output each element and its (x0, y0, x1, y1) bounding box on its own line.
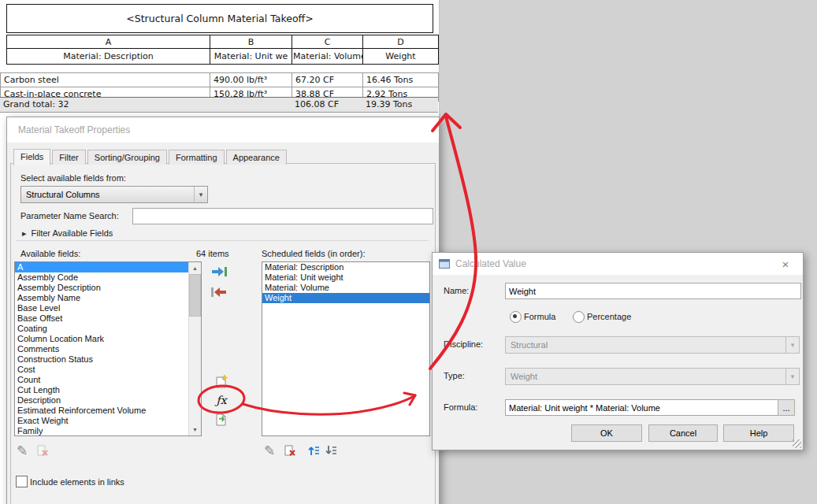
list-item[interactable]: Assembly Code (15, 272, 189, 283)
name-field[interactable] (505, 283, 801, 299)
filter-available-fields-toggle[interactable]: ▸Filter Available Fields (22, 228, 113, 239)
tab-sorting-grouping[interactable]: Sorting/Grouping (87, 150, 167, 165)
formula-radio[interactable] (510, 311, 522, 323)
fields-tab-pane: Select available fields from: Structural… (10, 163, 436, 504)
list-item[interactable]: Base Offset (15, 313, 189, 324)
chevron-down-icon: ▾ (194, 187, 207, 202)
list-item[interactable]: Material: Unit weight (262, 272, 429, 283)
expand-triangle-icon: ▸ (22, 228, 27, 238)
cell: 67.20 CF (292, 73, 363, 87)
formula-browse-button[interactable]: ... (778, 399, 795, 416)
discipline-dropdown[interactable]: Structural ▾ (505, 336, 800, 354)
schedule-title: <Structural Column Material Takeoff> (6, 4, 433, 33)
formula-radio-label: Formula (524, 312, 555, 321)
column-header: Weight (363, 49, 439, 65)
dialog-icon (439, 259, 450, 269)
new-parameter-button[interactable] (213, 373, 230, 389)
available-fields-listbox[interactable]: A Assembly Code Assembly Description Ass… (14, 261, 202, 436)
move-parameter-down-button[interactable] (323, 443, 339, 458)
dialog-title: Material Takeoff Properties (18, 124, 130, 135)
list-item[interactable]: Cost (15, 365, 189, 375)
move-parameter-up-button[interactable] (306, 443, 321, 458)
combine-parameters-button[interactable] (213, 411, 230, 427)
add-field-button[interactable] (209, 265, 229, 279)
scroll-down-icon[interactable]: ▼ (189, 424, 201, 435)
dialog-title-bar[interactable]: Calculated Value × (433, 253, 803, 275)
list-item[interactable]: Cut Length (15, 385, 189, 395)
percentage-radio-label: Percentage (587, 312, 631, 321)
dialog-title-bar[interactable]: Material Takeoff Properties (7, 117, 439, 143)
scheduled-fields-listbox[interactable]: Material: Description Material: Unit wei… (262, 261, 430, 436)
chevron-down-icon: ▾ (785, 337, 799, 353)
schedule-header-table: A B C D Material: Description Material: … (6, 35, 439, 65)
column-header: Material: Volume (292, 49, 363, 65)
list-item[interactable]: Column Location Mark (15, 334, 189, 344)
list-item[interactable]: Construction Status (15, 354, 189, 365)
divider (16, 240, 429, 241)
scrollbar[interactable]: ▲ ▼ (188, 262, 201, 435)
calculated-value-button[interactable]: ƒx (211, 392, 232, 408)
type-dropdown[interactable]: Weight ▾ (505, 368, 800, 385)
table-row: Carbon steel 490.00 lb/ft³ 67.20 CF 16.4… (1, 73, 439, 87)
screen: <Structural Column Material Takeoff> A B… (0, 0, 817, 504)
list-item[interactable]: Assembly Description (15, 283, 189, 293)
cell: 490.00 lb/ft³ (210, 73, 292, 87)
list-item[interactable]: Material: Description (262, 262, 429, 272)
chevron-down-icon: ▾ (785, 369, 799, 384)
parameter-search-label: Parameter Name Search: (20, 211, 119, 220)
help-button[interactable]: Help (723, 424, 794, 442)
resize-grip[interactable] (793, 439, 801, 448)
grand-total-volume: 106.08 CF (295, 99, 339, 109)
list-item[interactable]: Estimated Reinforcement Volume (15, 406, 189, 416)
type-label: Type: (444, 371, 465, 380)
edit-scheduled-parameter-button[interactable]: ✎ (262, 443, 277, 458)
tab-fields[interactable]: Fields (13, 149, 50, 165)
pencil-icon: ✎ (17, 443, 28, 459)
delete-available-parameter-button[interactable] (35, 443, 50, 458)
close-icon[interactable]: × (774, 258, 797, 271)
column-letter: B (210, 35, 292, 49)
list-item[interactable]: Assembly Name (15, 293, 189, 303)
combine-parameters-icon (214, 412, 228, 426)
list-item[interactable]: Exact Weight (15, 416, 189, 426)
list-item[interactable]: Description (15, 395, 189, 406)
include-elements-in-links-checkbox[interactable] (16, 476, 28, 487)
move-up-icon (307, 444, 320, 457)
delete-parameter-icon (36, 444, 49, 457)
remove-field-button[interactable] (209, 285, 229, 299)
list-item[interactable]: A (15, 262, 189, 272)
cell: Carbon steel (1, 73, 210, 87)
include-elements-in-links-label: Include elements in links (30, 477, 124, 487)
cancel-button[interactable]: Cancel (648, 424, 718, 442)
percentage-radio[interactable] (573, 311, 585, 323)
move-down-icon (325, 444, 337, 457)
ok-button[interactable]: OK (571, 424, 642, 442)
available-fields-label: Available fields: (20, 249, 80, 258)
tab-filter[interactable]: Filter (52, 150, 85, 165)
category-dropdown-value: Structural Columns (26, 190, 100, 199)
column-header: Material: Description (7, 49, 210, 65)
delete-parameter-icon (284, 444, 296, 457)
formula-field[interactable] (505, 399, 781, 416)
cell: 16.46 Tons (363, 73, 439, 87)
calculated-value-dialog: Calculated Value × Name: Formula Percent… (432, 252, 804, 450)
list-item[interactable]: Material: Volume (262, 283, 429, 293)
edit-available-parameter-button[interactable]: ✎ (14, 443, 30, 458)
column-letter: C (292, 35, 363, 49)
filter-available-fields-label: Filter Available Fields (32, 228, 113, 238)
list-item[interactable]: Base Level (15, 303, 189, 313)
list-item[interactable]: Coating (15, 324, 189, 334)
scheduled-fields-label: Scheduled fields (in order): (262, 249, 365, 258)
parameter-search-input[interactable] (132, 208, 433, 224)
delete-scheduled-parameter-button[interactable] (282, 443, 298, 458)
list-item[interactable]: Weight (262, 293, 429, 303)
scrollbar-thumb[interactable] (189, 274, 201, 317)
list-item[interactable]: Family (15, 426, 189, 436)
tab-appearance[interactable]: Appearance (226, 150, 287, 165)
tab-formatting[interactable]: Formatting (169, 150, 225, 165)
column-letter: D (363, 35, 439, 49)
list-item[interactable]: Comments (15, 344, 189, 354)
scroll-up-icon[interactable]: ▲ (189, 262, 201, 274)
list-item[interactable]: Count (15, 375, 189, 385)
category-dropdown[interactable]: Structural Columns ▾ (20, 186, 208, 203)
